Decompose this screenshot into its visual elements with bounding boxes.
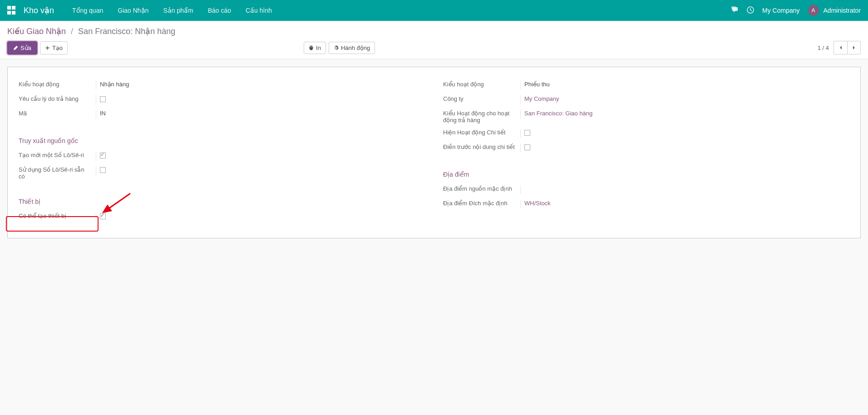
checkbox-show-detail[interactable] <box>524 130 530 136</box>
breadcrumb-current: San Francisco: Nhận hàng <box>78 27 175 36</box>
gear-icon <box>334 45 339 50</box>
chat-icon[interactable] <box>731 6 739 15</box>
breadcrumb: Kiểu Giao Nhận / San Francisco: Nhận hàn… <box>7 26 861 36</box>
brand-title[interactable]: Kho vận <box>24 5 54 15</box>
annotation-highlight-rect <box>6 216 99 232</box>
annotation-arrow <box>103 191 135 215</box>
print-icon <box>309 45 314 50</box>
checkbox-use-lot[interactable] <box>100 167 106 173</box>
nav-menu: Tổng quan Giao Nhận Sản phẩm Báo cáo Cấu… <box>65 0 279 21</box>
pager-prev[interactable] <box>833 41 847 54</box>
checkbox-new-lot[interactable] <box>100 153 106 158</box>
label-return-reason: Yêu cầu lý do trả hàng <box>19 95 96 102</box>
value-code: IN <box>96 110 425 119</box>
pager-text[interactable]: 1 / 4 <box>818 44 829 51</box>
avatar: A <box>808 5 819 16</box>
user-menu[interactable]: A Administrator <box>808 5 861 16</box>
label-return-op: Kiểu Hoạt động cho hoạt động trả hàng <box>443 110 520 124</box>
chevron-right-icon <box>852 45 856 50</box>
svg-line-1 <box>108 193 130 209</box>
edit-button[interactable]: Sửa <box>7 41 37 54</box>
label-src-loc: Địa điểm nguồn mặc định <box>443 185 520 192</box>
label-new-lot: Tạo mới một Số Lô/Sê-ri <box>19 152 96 158</box>
label-company: Công ty <box>443 95 520 102</box>
nav-item-config[interactable]: Cấu hình <box>238 0 279 21</box>
label-show-detail: Hiện Hoạt động Chi tiết <box>443 129 520 136</box>
checkbox-return-reason[interactable] <box>100 96 106 102</box>
label-code: Mã <box>19 110 96 117</box>
control-panel: Kiểu Giao Nhận / San Francisco: Nhận hàn… <box>0 21 868 59</box>
value-src-loc <box>520 185 849 194</box>
label-prefill: Điền trước nội dung chi tiết <box>443 143 520 150</box>
nav-item-reports[interactable]: Báo cáo <box>201 0 238 21</box>
print-button[interactable]: In <box>304 42 326 54</box>
value-return-op[interactable]: San Francisco: Giao hàng <box>520 110 849 119</box>
label-dest-loc: Địa điểm Đích mặc định <box>443 200 520 207</box>
top-navbar: Kho vận Tổng quan Giao Nhận Sản phẩm Báo… <box>0 0 868 21</box>
action-button[interactable]: Hành động <box>329 42 375 54</box>
pager-next[interactable] <box>847 41 861 54</box>
chevron-left-icon <box>838 45 843 50</box>
section-device: Thiết bị <box>19 198 425 205</box>
section-location: Địa điểm <box>443 171 849 178</box>
value-op-type-2: Phiếu thu <box>520 81 849 90</box>
nav-item-overview[interactable]: Tổng quan <box>65 0 110 21</box>
form-sheet: Kiểu hoạt động Nhận hàng Yêu cầu lý do t… <box>7 67 861 238</box>
checkbox-prefill[interactable] <box>524 144 530 150</box>
breadcrumb-sep: / <box>71 27 73 36</box>
pencil-icon <box>13 45 18 50</box>
value-dest-loc[interactable]: WH/Stock <box>520 200 849 209</box>
create-button[interactable]: Tạo <box>40 41 68 54</box>
label-use-lot: Sử dụng Số Lô/Sê-ri sẵn có <box>19 166 96 180</box>
breadcrumb-parent[interactable]: Kiểu Giao Nhận <box>7 27 66 36</box>
section-traceability: Truy xuất nguồn gốc <box>19 137 425 144</box>
company-switcher[interactable]: My Company <box>762 7 799 14</box>
nav-item-transfers[interactable]: Giao Nhận <box>110 0 156 21</box>
value-op-type: Nhận hàng <box>96 81 425 90</box>
nav-item-products[interactable]: Sản phẩm <box>156 0 200 21</box>
plus-icon <box>45 45 50 50</box>
clock-icon[interactable] <box>747 6 754 15</box>
apps-icon[interactable] <box>7 6 16 15</box>
value-company[interactable]: My Company <box>520 95 849 104</box>
label-op-type: Kiểu hoạt động <box>19 81 96 88</box>
username: Administrator <box>824 7 861 14</box>
label-op-type-2: Kiểu hoạt động <box>443 81 520 88</box>
